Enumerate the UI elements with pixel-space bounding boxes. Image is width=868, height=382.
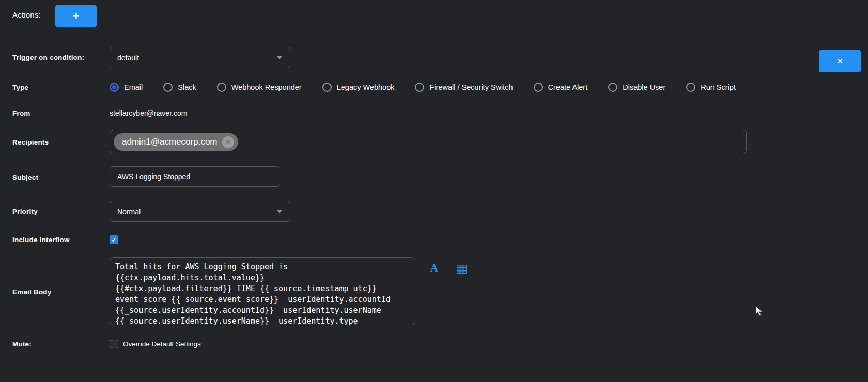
trigger-condition-label: Trigger on condition: — [12, 54, 84, 61]
type-option-disable-user[interactable]: Disable User — [608, 83, 665, 92]
type-radio-group: Email Slack Webhook Responder Legacy Web… — [110, 80, 736, 94]
radio-label: Email — [124, 83, 143, 91]
format-text-icon[interactable]: A — [428, 262, 440, 275]
type-option-create-alert[interactable]: Create Alert — [534, 83, 588, 92]
type-option-run-script[interactable]: Run Script — [686, 83, 736, 92]
from-value: stellarcyber@naver.com — [110, 109, 187, 117]
check-icon: ✓ — [111, 236, 116, 244]
radio-icon — [163, 83, 173, 92]
email-body-label: Email Body — [12, 288, 52, 296]
mute-label: Mute: — [12, 340, 32, 348]
close-icon: ✕ — [836, 57, 843, 66]
type-option-webhook-responder[interactable]: Webhook Responder — [217, 83, 302, 92]
priority-value: Normal — [117, 208, 141, 216]
radio-label: Create Alert — [548, 83, 588, 91]
radio-label: Run Script — [701, 83, 736, 91]
type-option-slack[interactable]: Slack — [163, 83, 196, 92]
email-body-textarea[interactable]: Total hits for AWS Logging Stopped is {{… — [110, 257, 415, 325]
actions-label: Actions: — [12, 10, 41, 19]
chip-close-icon[interactable]: ✕ — [222, 136, 234, 148]
type-option-firewall-security-switch[interactable]: Firewall / Security Switch — [415, 83, 513, 92]
radio-selected-icon — [110, 83, 119, 92]
radio-icon — [217, 83, 226, 92]
subject-input[interactable] — [110, 166, 280, 187]
recipients-label: Recipients — [12, 138, 49, 146]
recipients-input[interactable]: admin1@acmecorp.com ✕ — [110, 130, 747, 154]
type-label: Type — [12, 84, 28, 91]
include-interflow-label: Include Interflow — [12, 236, 70, 244]
plus-icon: + — [73, 9, 80, 23]
radio-label: Disable User — [623, 83, 665, 91]
override-default-settings-checkbox[interactable] — [110, 340, 118, 348]
close-icon: ✕ — [225, 138, 230, 146]
include-interflow-checkbox[interactable]: ✓ — [110, 235, 118, 244]
recipient-chip: admin1@acmecorp.com ✕ — [114, 133, 238, 151]
recipient-chip-text: admin1@acmecorp.com — [122, 137, 218, 147]
override-default-settings-label: Override Default Settings — [123, 340, 201, 348]
radio-label: Firewall / Security Switch — [429, 83, 513, 91]
subject-label: Subject — [12, 173, 38, 181]
priority-label: Priority — [12, 208, 38, 215]
type-option-legacy-webhook[interactable]: Legacy Webhook — [322, 83, 395, 92]
priority-select[interactable]: Normal — [110, 201, 290, 222]
remove-action-button[interactable]: ✕ — [819, 50, 861, 72]
trigger-condition-select[interactable]: default — [110, 47, 290, 68]
action-config-panel: Actions: + Trigger on condition: default… — [0, 0, 868, 382]
radio-icon — [415, 83, 424, 92]
add-action-button[interactable]: + — [55, 5, 97, 27]
table-icon[interactable] — [457, 265, 467, 276]
table-grid-icon — [457, 265, 467, 274]
from-label: From — [12, 109, 30, 117]
trigger-condition-value: default — [117, 54, 139, 62]
radio-label: Legacy Webhook — [337, 83, 395, 91]
radio-label: Slack — [178, 83, 196, 91]
type-option-email[interactable]: Email — [110, 83, 143, 92]
radio-label: Webhook Responder — [231, 83, 302, 91]
radio-icon — [686, 83, 695, 92]
mouse-cursor — [755, 306, 764, 317]
chevron-down-icon — [276, 210, 283, 213]
chevron-down-icon — [276, 56, 283, 59]
radio-icon — [322, 83, 332, 92]
radio-icon — [534, 83, 543, 92]
radio-icon — [608, 83, 617, 92]
